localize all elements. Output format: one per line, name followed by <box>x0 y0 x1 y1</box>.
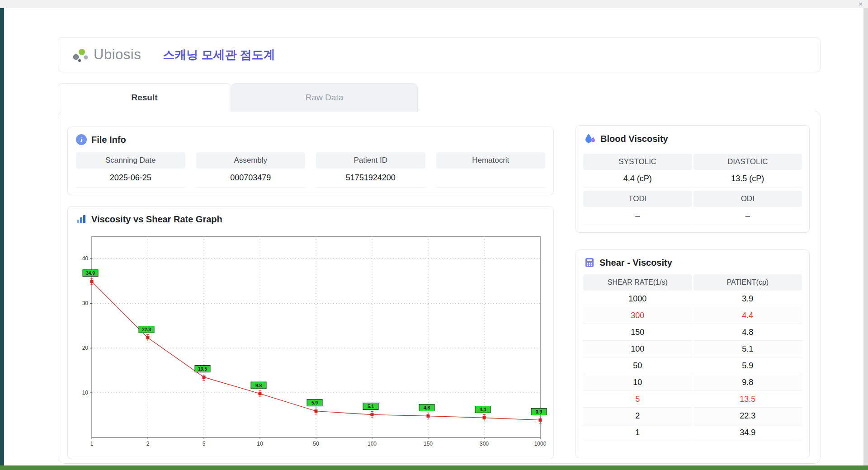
file-info-field: Scanning Date2025-06-25 <box>76 152 185 188</box>
svg-text:300: 300 <box>480 441 489 447</box>
table-cell: 150 <box>583 324 692 341</box>
svg-text:40: 40 <box>82 255 89 262</box>
bv-value-row: 4.4 (cP)13.5 (cP) <box>583 170 802 188</box>
blood-viscosity-title-row: Blood Viscosity <box>576 126 809 149</box>
svg-text:4.4: 4.4 <box>480 407 486 412</box>
shear-table-header-row: SHEAR RATE(1/s)PATIENT(cp) <box>583 274 802 291</box>
close-icon[interactable]: × <box>859 0 863 8</box>
table-row: 222.3 <box>583 408 802 424</box>
svg-text:9.8: 9.8 <box>255 383 262 388</box>
tab-result[interactable]: Result <box>58 83 231 112</box>
file-info-field: Hematocrit <box>436 152 546 188</box>
field-label: Scanning Date <box>76 152 185 169</box>
table-cell: 22.3 <box>693 408 802 424</box>
shear-table-card: Shear - Viscosity SHEAR RATE(1/s)PATIENT… <box>576 249 810 458</box>
graph-card: Viscosity vs Shear Rate Graph 1020304012… <box>67 206 554 459</box>
table-row: 1504.8 <box>583 324 802 341</box>
svg-text:3.9: 3.9 <box>536 409 542 414</box>
logo-dots-icon <box>71 47 90 63</box>
svg-text:10: 10 <box>82 390 89 396</box>
bv-value-cell: – <box>583 207 692 225</box>
svg-text:13.5: 13.5 <box>198 367 207 371</box>
calculator-icon <box>584 257 595 268</box>
field-label: Patient ID <box>316 152 425 169</box>
table-row: 1005.1 <box>583 341 802 357</box>
table-cell: 1000 <box>583 291 692 307</box>
table-row: 109.8 <box>583 374 802 391</box>
svg-text:10: 10 <box>257 441 263 447</box>
blood-viscosity-title: Blood Viscosity <box>600 134 668 144</box>
field-value: 2025-06-25 <box>76 169 185 188</box>
shear-column-header: PATIENT(cp) <box>693 274 802 291</box>
bv-value-cell: – <box>693 207 802 225</box>
table-cell: 5 <box>583 391 692 408</box>
svg-text:30: 30 <box>82 300 89 306</box>
svg-text:5.1: 5.1 <box>368 404 374 409</box>
bv-value-row: –– <box>583 207 802 225</box>
desktop-bottom-strip <box>0 465 868 470</box>
shear-table-body: SHEAR RATE(1/s)PATIENT(cp)10003.93004.41… <box>576 273 809 441</box>
shear-table-title: Shear - Viscosity <box>599 258 672 268</box>
svg-text:150: 150 <box>424 441 433 447</box>
field-label: Assembly <box>196 152 306 169</box>
bv-header-cell: SYSTOLIC <box>583 154 692 170</box>
blood-viscosity-table: SYSTOLICDIASTOLIC4.4 (cP)13.5 (cP)TODIOD… <box>576 149 809 225</box>
chart-wrap: 102030401251050100150300100034.922.313.5… <box>71 233 551 451</box>
table-cell: 34.9 <box>693 424 802 441</box>
svg-text:5: 5 <box>203 441 206 447</box>
logo-text: Ubiosis <box>94 47 141 63</box>
blood-viscosity-card: Blood Viscosity SYSTOLICDIASTOLIC4.4 (cP… <box>576 125 810 233</box>
desktop-left-strip <box>0 8 4 470</box>
table-cell: 300 <box>583 307 692 324</box>
file-info-card: i File Info Scanning Date2025-06-25Assem… <box>67 127 554 195</box>
table-row: 505.9 <box>583 357 802 374</box>
field-label: Hematocrit <box>436 152 546 169</box>
bv-header-row: TODIODI <box>583 188 802 207</box>
bv-value-cell: 4.4 (cP) <box>583 170 692 188</box>
shear-column-header: SHEAR RATE(1/s) <box>583 274 692 291</box>
table-cell: 5.9 <box>693 357 802 374</box>
table-row: 513.5 <box>583 391 802 408</box>
table-cell: 50 <box>583 357 692 374</box>
svg-text:2: 2 <box>146 441 150 447</box>
window-titlebar: × <box>0 0 868 8</box>
svg-text:5.9: 5.9 <box>311 400 318 405</box>
file-info-title-row: i File Info <box>68 127 553 150</box>
graph-title-row: Viscosity vs Shear Rate Graph <box>68 207 553 229</box>
svg-text:1000: 1000 <box>534 441 547 447</box>
header-card: Ubiosis 스캐닝 모세관 점도계 <box>58 37 821 72</box>
svg-text:22.3: 22.3 <box>142 327 151 332</box>
tabs: ResultRaw Data <box>58 83 418 112</box>
table-cell: 1 <box>583 424 692 441</box>
bv-header-cell: DIASTOLIC <box>693 154 802 170</box>
file-info-field: Assembly000703479 <box>196 152 306 188</box>
page-title: 스캐닝 모세관 점도계 <box>163 47 275 63</box>
table-cell: 4.4 <box>693 307 802 324</box>
field-value <box>436 169 546 188</box>
viscosity-chart: 102030401251050100150300100034.922.313.5… <box>71 233 551 449</box>
svg-text:50: 50 <box>313 441 319 447</box>
field-value: 000703479 <box>196 169 306 188</box>
bv-value-cell: 13.5 (cP) <box>693 170 802 188</box>
table-row: 3004.4 <box>583 307 802 324</box>
table-cell: 13.5 <box>693 391 802 408</box>
table-cell: 10 <box>583 374 692 391</box>
svg-text:34.9: 34.9 <box>86 271 95 276</box>
svg-text:100: 100 <box>368 441 377 447</box>
shear-table-title-row: Shear - Viscosity <box>576 250 809 273</box>
table-cell: 3.9 <box>693 291 802 307</box>
table-cell: 5.1 <box>693 341 802 357</box>
table-cell: 2 <box>583 408 692 424</box>
app-logo: Ubiosis <box>71 47 141 63</box>
bv-header-row: SYSTOLICDIASTOLIC <box>583 151 802 170</box>
app-window: Ubiosis 스캐닝 모세관 점도계 ResultRaw Data i Fil… <box>4 8 863 465</box>
tab-raw-data[interactable]: Raw Data <box>231 83 418 112</box>
svg-text:20: 20 <box>82 345 89 351</box>
file-info-fields: Scanning Date2025-06-25Assembly000703479… <box>68 150 553 188</box>
file-info-title: File Info <box>91 135 126 145</box>
table-cell: 9.8 <box>693 374 802 391</box>
info-icon: i <box>76 134 87 145</box>
file-info-field: Patient ID51751924200 <box>316 152 425 188</box>
table-row: 134.9 <box>583 424 802 441</box>
svg-text:4.8: 4.8 <box>424 405 430 410</box>
